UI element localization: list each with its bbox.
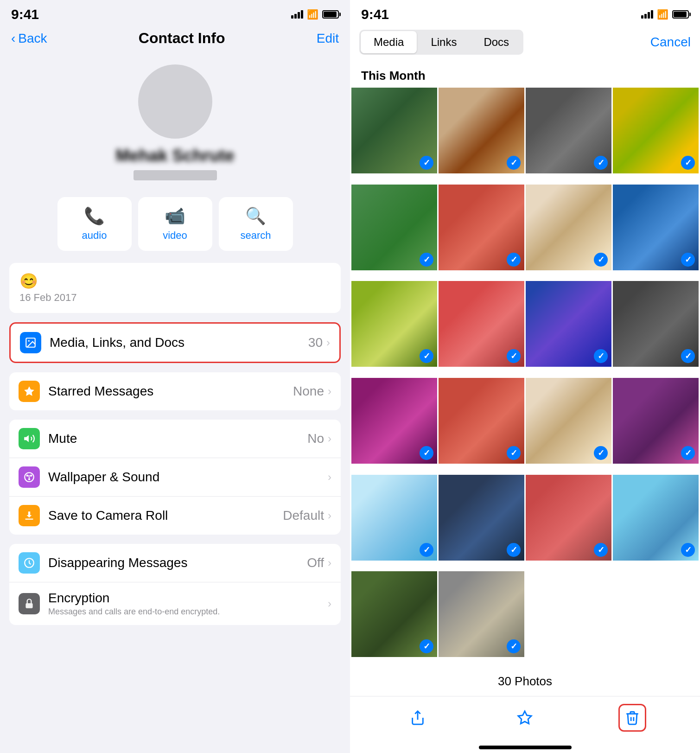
status-icons-right: 📶	[641, 9, 689, 20]
photo-cell-21[interactable]: ✓	[351, 571, 437, 657]
signal-bar-r2	[644, 14, 647, 19]
check-badge-5: ✓	[420, 253, 433, 267]
home-indicator	[479, 746, 572, 749]
disappear-chevron: ›	[328, 556, 331, 569]
signal-bars-right	[641, 10, 653, 19]
battery-icon-right	[672, 10, 689, 19]
mute-value: No	[307, 431, 324, 446]
check-badge-15: ✓	[594, 446, 608, 460]
settings-group-2: Mute No › Wallpaper & Sound ›	[9, 420, 341, 535]
cancel-button[interactable]: Cancel	[650, 35, 691, 50]
check-badge-10: ✓	[507, 349, 521, 363]
tab-media[interactable]: Media	[361, 31, 417, 53]
check-badge-11: ✓	[594, 349, 608, 363]
photo-cell-15[interactable]: ✓	[526, 378, 611, 464]
starred-group: Starred Messages None ›	[9, 372, 341, 410]
tab-links[interactable]: Links	[418, 31, 470, 53]
photo-cell-12[interactable]: ✓	[613, 281, 699, 367]
signal-bar-r1	[641, 15, 643, 19]
check-badge-3: ✓	[594, 156, 608, 170]
svg-point-6	[30, 475, 32, 477]
mute-chevron: ›	[328, 432, 331, 445]
photo-cell-2[interactable]: ✓	[439, 88, 524, 173]
photo-cell-22[interactable]: ✓	[439, 571, 524, 657]
photo-cell-17[interactable]: ✓	[351, 475, 437, 561]
photo-cell-9[interactable]: ✓	[351, 281, 437, 367]
svg-point-1	[28, 340, 30, 342]
encryption-chevron: ›	[328, 597, 331, 610]
disappear-row[interactable]: Disappearing Messages Off ›	[9, 544, 341, 582]
contact-emoji: 😊	[19, 272, 331, 290]
wifi-icon-left: 📶	[307, 9, 318, 20]
svg-marker-15	[518, 711, 531, 724]
media-label: Media, Links, and Docs	[50, 335, 308, 350]
back-button[interactable]: ‹ Back	[11, 31, 47, 46]
signal-bar-1	[291, 15, 293, 19]
wallpaper-row[interactable]: Wallpaper & Sound ›	[9, 458, 341, 497]
edit-button[interactable]: Edit	[317, 31, 339, 46]
phone-icon: 📞	[84, 206, 105, 226]
photo-cell-3[interactable]: ✓	[526, 88, 611, 173]
starred-label: Starred Messages	[48, 384, 293, 399]
check-badge-20: ✓	[681, 543, 695, 557]
photo-cell-8[interactable]: ✓	[613, 185, 699, 270]
media-icon	[20, 332, 41, 353]
photo-cell-1[interactable]: ✓	[351, 88, 437, 173]
share-button[interactable]	[404, 704, 432, 732]
battery-fill-left	[324, 12, 337, 17]
emoji-section: 😊 16 Feb 2017	[9, 263, 341, 313]
photo-cell-7[interactable]: ✓	[526, 185, 611, 270]
page-title: Contact Info	[139, 30, 225, 47]
save-row[interactable]: Save to Camera Roll Default ›	[9, 497, 341, 535]
back-label: Back	[18, 31, 47, 46]
photo-cell-10[interactable]: ✓	[439, 281, 524, 367]
segmented-control: Media Links Docs	[359, 30, 523, 55]
audio-button[interactable]: 📞 audio	[57, 197, 132, 251]
mute-icon	[19, 428, 40, 449]
tab-docs[interactable]: Docs	[471, 31, 522, 53]
photo-cell-4[interactable]: ✓	[613, 88, 699, 173]
search-label: search	[240, 230, 271, 242]
profile-section: Mehak Schrute	[0, 53, 350, 190]
check-badge-19: ✓	[594, 543, 608, 557]
nav-bar-left: ‹ Back Contact Info Edit	[0, 26, 350, 53]
status-bar-right: 9:41 📶	[350, 0, 700, 26]
star-button[interactable]	[511, 704, 539, 732]
photo-cell-19[interactable]: ✓	[526, 475, 611, 561]
photo-cell-14[interactable]: ✓	[439, 378, 524, 464]
bottom-toolbar	[350, 696, 700, 746]
encryption-label: Encryption	[48, 591, 328, 606]
encryption-row[interactable]: Encryption Messages and calls are end-to…	[9, 582, 341, 625]
media-group: Media, Links, and Docs 30 ›	[9, 322, 341, 363]
photo-cell-16[interactable]: ✓	[613, 378, 699, 464]
save-icon	[19, 505, 40, 526]
mute-row[interactable]: Mute No ›	[9, 420, 341, 458]
media-row[interactable]: Media, Links, and Docs 30 ›	[11, 324, 339, 362]
check-badge-18: ✓	[507, 543, 521, 557]
delete-button[interactable]	[618, 704, 646, 732]
photo-cell-11[interactable]: ✓	[526, 281, 611, 367]
avatar	[138, 64, 212, 139]
battery-fill-right	[674, 12, 687, 17]
svg-point-7	[28, 478, 30, 480]
svg-marker-2	[24, 386, 34, 396]
photo-cell-18[interactable]: ✓	[439, 475, 524, 561]
photo-cell-20[interactable]: ✓	[613, 475, 699, 561]
starred-row[interactable]: Starred Messages None ›	[9, 372, 341, 410]
video-button[interactable]: 📹 video	[138, 197, 212, 251]
svg-point-4	[25, 472, 34, 482]
check-badge-1: ✓	[420, 156, 433, 170]
signal-bar-r3	[648, 12, 650, 19]
check-badge-6: ✓	[507, 253, 521, 267]
photo-cell-13[interactable]: ✓	[351, 378, 437, 464]
check-badge-4: ✓	[681, 156, 695, 170]
encryption-sub: Messages and calls are end-to-end encryp…	[48, 607, 328, 617]
starred-value: None	[293, 384, 324, 399]
search-button[interactable]: 🔍 search	[219, 197, 293, 251]
battery-icon-left	[322, 10, 339, 19]
disappear-value: Off	[307, 555, 324, 570]
media-value: 30	[308, 335, 323, 350]
photo-cell-5[interactable]: ✓	[351, 185, 437, 270]
photo-cell-6[interactable]: ✓	[439, 185, 524, 270]
save-chevron: ›	[328, 509, 331, 522]
